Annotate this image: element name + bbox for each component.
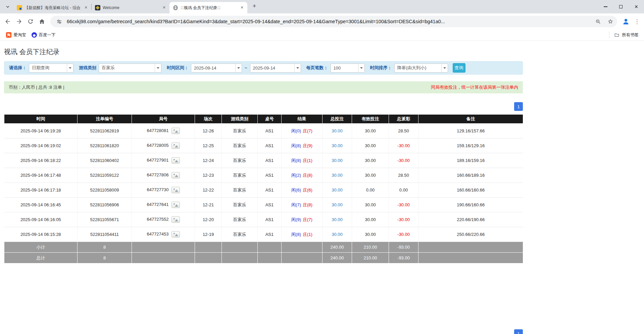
date-end-input[interactable]: 2025-09-14 bbox=[250, 64, 301, 73]
round-image-icon[interactable] bbox=[171, 157, 180, 164]
result-banker: 庄(1) bbox=[303, 232, 312, 237]
browser-menu-icon[interactable]: ⋮ bbox=[632, 16, 642, 27]
query-type-select[interactable]: 日期查询 bbox=[29, 64, 73, 73]
cell-bet-id: 522811060402 bbox=[78, 153, 132, 168]
result-player: 闲(0) bbox=[291, 128, 301, 133]
game-type-select[interactable]: 百家乐 bbox=[99, 64, 161, 73]
maximize-button[interactable] bbox=[613, 0, 629, 13]
round-image-icon[interactable] bbox=[171, 216, 180, 223]
cell-session: 12-24 bbox=[195, 153, 222, 168]
cell-payout: -30.00 bbox=[389, 138, 418, 153]
round-image-icon[interactable] bbox=[171, 142, 180, 149]
cell-round: 647727641 bbox=[132, 198, 195, 212]
cell-table-no: AS1 bbox=[258, 124, 282, 138]
cell-result: 闲(8)庄(9) bbox=[282, 138, 323, 153]
total-bet-link[interactable]: 30.00 bbox=[332, 217, 343, 222]
cell-note: 129.16/157.66 bbox=[418, 124, 523, 138]
cell-note: 190.66/160.66 bbox=[418, 198, 523, 212]
tab-search-icon[interactable] bbox=[3, 2, 12, 11]
home-icon[interactable] bbox=[36, 16, 48, 27]
round-image-icon[interactable] bbox=[171, 202, 180, 208]
total-bet-link[interactable]: 30.00 bbox=[332, 202, 343, 207]
close-button[interactable]: × bbox=[629, 0, 644, 13]
total-bet-link[interactable]: 30.00 bbox=[332, 143, 343, 148]
welcome-favicon bbox=[95, 5, 100, 10]
cell-round: 647728081 bbox=[132, 124, 195, 138]
profile-avatar-icon[interactable] bbox=[621, 16, 631, 27]
page-1-button[interactable]: 1 bbox=[514, 329, 523, 334]
address-bar[interactable]: 66cxkj98.com/game/betrecord_search/kind3… bbox=[50, 16, 617, 27]
new-tab-button[interactable]: + bbox=[250, 2, 259, 10]
cell-payout: 0.00 bbox=[389, 183, 418, 198]
tab-close-icon[interactable]: × bbox=[239, 5, 245, 10]
url-text[interactable]: 66cxkj98.com/game/betrecord_search/kind3… bbox=[67, 19, 590, 24]
cell-valid-bet: 30.00 bbox=[352, 153, 389, 168]
round-number: 647727901 bbox=[147, 158, 168, 163]
zoom-icon[interactable] bbox=[593, 17, 603, 26]
minimize-button[interactable] bbox=[598, 0, 613, 13]
summary-currency-count: 币别：人民币 | 总共 :8 注单 | bbox=[9, 84, 64, 90]
site-settings-icon[interactable] bbox=[54, 17, 64, 26]
summary-notice: 同局有效投注，统一计算在该局第一张注单内 bbox=[431, 84, 518, 90]
total-bet-link[interactable]: 30.00 bbox=[332, 232, 343, 237]
sort-select[interactable]: 降幂(由大到小) bbox=[394, 64, 448, 73]
cell-note: 250.66/220.66 bbox=[418, 227, 523, 242]
tab-bet-records-active[interactable]: :::视讯 会员下注纪录::: × bbox=[169, 2, 247, 13]
forward-icon[interactable] bbox=[13, 16, 25, 27]
tab-welcome[interactable]: Welcome × bbox=[92, 2, 169, 13]
column-header: 有效投注 bbox=[352, 115, 389, 124]
cell-total-bet: 30.00 bbox=[323, 198, 352, 212]
filter-bar: 请选择： 日期查询 游戏类别 百家乐 时间区间： 2025-09-14 ~ 20… bbox=[4, 61, 523, 75]
bookmark-taobao[interactable]: 淘 爱淘宝 bbox=[3, 31, 29, 39]
round-image-icon[interactable] bbox=[171, 172, 180, 178]
cell-valid-bet: 30.00 bbox=[352, 168, 389, 183]
result-player: 闲(8) bbox=[291, 143, 301, 148]
query-type-value: 日期查询 bbox=[29, 64, 67, 72]
bookmark-baidu[interactable]: 百度一下 bbox=[29, 31, 58, 39]
tab-close-icon[interactable]: × bbox=[83, 5, 89, 10]
round-number: 647727641 bbox=[147, 202, 168, 207]
date-start-input[interactable]: 2025-09-14 bbox=[191, 64, 242, 73]
round-image-icon[interactable] bbox=[171, 187, 180, 193]
date-start-value: 2025-09-14 bbox=[191, 64, 235, 72]
query-type-label: 请选择： bbox=[9, 65, 27, 71]
round-image-icon[interactable] bbox=[171, 231, 180, 238]
cell-total-bet: 30.00 bbox=[323, 138, 352, 153]
back-icon[interactable] bbox=[2, 16, 13, 27]
taobao-icon: 淘 bbox=[6, 32, 11, 38]
cell-payout: 28.50 bbox=[389, 124, 418, 138]
page-1-button[interactable]: 1 bbox=[514, 102, 523, 111]
result-player: 闲(2) bbox=[291, 173, 301, 178]
cell-total-bet: 30.00 bbox=[323, 227, 352, 242]
tab-title: :::视讯 会员下注纪录::: bbox=[181, 5, 237, 11]
page-content: 视讯 会员下注纪录 请选择： 日期查询 游戏类别 百家乐 时间区间： 2025-… bbox=[0, 41, 644, 334]
per-page-value: 100 bbox=[331, 64, 358, 72]
result-banker: 庄(6) bbox=[303, 187, 312, 193]
reload-icon[interactable] bbox=[25, 16, 36, 27]
tab-forum[interactable]: 【新提醒】海燕策略论坛 - 综合... × bbox=[13, 2, 91, 13]
total-bet-link[interactable]: 30.00 bbox=[332, 173, 343, 178]
bookmark-star-icon[interactable] bbox=[606, 17, 615, 26]
cell-time: 2025-09-14 06:15:28 bbox=[4, 227, 78, 242]
cell-game-type: 百家乐 bbox=[222, 212, 258, 227]
bookmarks-bar: 淘 爱淘宝 百度一下 所有书签 bbox=[0, 30, 644, 41]
subtotal-row: 小计 8 240.00 210.00 -93.00 bbox=[4, 242, 523, 253]
baidu-icon bbox=[32, 32, 37, 38]
round-image-icon[interactable] bbox=[171, 128, 180, 134]
column-header: 总投注 bbox=[323, 115, 352, 124]
round-number: 647728005 bbox=[147, 143, 168, 148]
tab-close-icon[interactable]: × bbox=[161, 5, 167, 10]
all-bookmarks[interactable]: 所有书签 bbox=[609, 32, 641, 38]
search-button[interactable]: 查询 bbox=[453, 63, 465, 73]
cell-bet-id: 522811055671 bbox=[78, 212, 132, 227]
total-bet-link[interactable]: 30.00 bbox=[332, 128, 343, 133]
total-bet-link[interactable]: 30.00 bbox=[332, 187, 343, 193]
subtotal-payout: -93.00 bbox=[389, 242, 418, 253]
per-page-select[interactable]: 100 bbox=[331, 64, 365, 73]
total-bet-link[interactable]: 30.00 bbox=[332, 158, 343, 163]
round-number: 647727453 bbox=[147, 232, 168, 237]
page-title: 视讯 会员下注纪录 bbox=[4, 41, 523, 61]
cell-bet-id: 522811058009 bbox=[78, 183, 132, 198]
round-number: 647727552 bbox=[147, 217, 168, 222]
cell-payout: -30.00 bbox=[389, 227, 418, 242]
